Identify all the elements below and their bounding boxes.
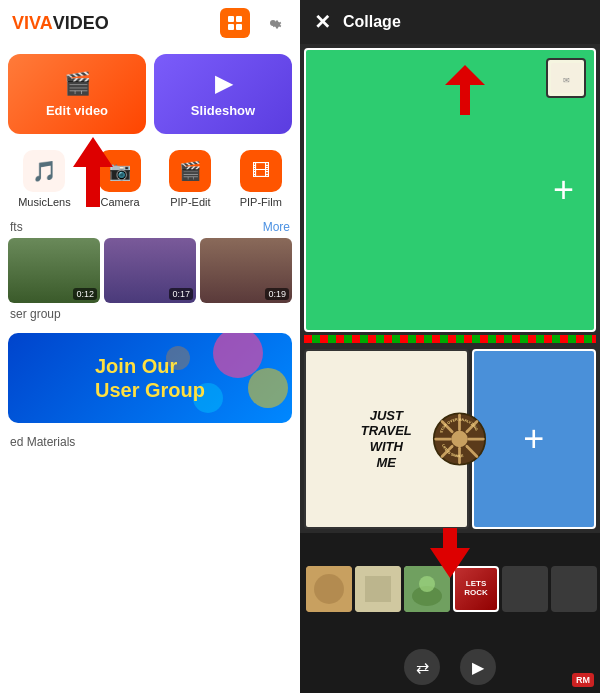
app-grid-icon[interactable] [220, 8, 250, 38]
collage-bottom-row: JUSTTRAVELWITHME [304, 349, 596, 529]
more-link[interactable]: More [263, 220, 290, 234]
timeline-area: LETSROCK ⇄ ▶ RM [300, 533, 600, 693]
slideshow-icon: ▶ [215, 71, 232, 97]
right-panel: ✕ Collage ✉ + [300, 0, 600, 693]
tool-pip-edit[interactable]: 🎬 PIP-Edit [169, 150, 211, 208]
tools-container: 🎵 MusicLens 📷 Camera 🎬 PIP-Edit 🎞 [0, 142, 300, 216]
timeline-thumbs[interactable]: LETSROCK [300, 533, 600, 641]
loop-icon: ⇄ [416, 658, 429, 677]
svg-marker-12 [445, 65, 485, 115]
collage-cell-bottom-left[interactable]: JUSTTRAVELWITHME [304, 349, 469, 529]
timeline-thumb-6[interactable] [551, 566, 597, 612]
ship-wheel-icon: STOP OVER ANALYZING LIFE IS SIMPLE [432, 412, 487, 467]
svg-rect-2 [228, 24, 234, 30]
play-icon: ▶ [472, 658, 484, 677]
svg-point-6 [213, 333, 263, 378]
tool-musiclens[interactable]: 🎵 MusicLens [18, 150, 71, 208]
close-button[interactable]: ✕ [314, 10, 331, 34]
main-buttons: 🎬 Edit video ▶ Slideshow [0, 46, 300, 142]
travel-text: JUSTTRAVELWITHME [361, 408, 412, 470]
camera-icon: 📷 [109, 160, 131, 182]
user-group-banner[interactable]: Join Our User Group [8, 333, 292, 423]
collage-top-inner: + [306, 169, 574, 211]
musiclens-label: MusicLens [18, 196, 71, 208]
pip-film-label: PIP-Film [240, 196, 282, 208]
camera-label: Camera [100, 196, 139, 208]
loop-button[interactable]: ⇄ [404, 649, 440, 685]
collage-layout: ✉ + JUSTTRAVELWITHME [304, 48, 596, 529]
pip-film-icon: 🎞 [252, 161, 270, 182]
header-icons [220, 8, 288, 38]
timeline-thumb-4[interactable]: LETSROCK [453, 566, 499, 612]
add-media-icon-bottom[interactable]: + [523, 418, 544, 460]
logo-video: VIDEO [53, 13, 109, 34]
svg-rect-1 [236, 16, 242, 22]
svg-point-32 [419, 576, 435, 592]
ed-materials-label: ed Materials [0, 431, 300, 453]
pip-edit-icon: 🎬 [179, 160, 201, 182]
banner-join: Join Our [95, 354, 205, 378]
add-media-icon-top[interactable]: + [553, 169, 574, 211]
pip-edit-label: PIP-Edit [170, 196, 210, 208]
recent-thumbnails: 0:12 0:17 0:19 [0, 238, 300, 303]
collage-area: ✉ + JUSTTRAVELWITHME [300, 44, 600, 533]
play-button[interactable]: ▶ [460, 649, 496, 685]
tool-pip-film[interactable]: 🎞 PIP-Film [240, 150, 282, 208]
musiclens-icon: 🎵 [32, 159, 57, 183]
svg-rect-3 [236, 24, 242, 30]
svg-point-27 [314, 574, 344, 604]
user-group-header: ser group [0, 303, 300, 325]
collage-cell-top[interactable]: ✉ + [304, 48, 596, 332]
pip-edit-icon-wrap: 🎬 [169, 150, 211, 192]
banner-text: Join Our User Group [87, 346, 213, 410]
collage-border-decoration [304, 335, 596, 343]
thumbnail-3[interactable]: 0:19 [200, 238, 292, 303]
thumb-3-duration: 0:19 [265, 288, 289, 300]
slideshow-label: Slideshow [191, 103, 255, 118]
musiclens-icon-wrap: 🎵 [23, 150, 65, 192]
edit-video-label: Edit video [46, 103, 108, 118]
section-header: fts More [0, 216, 300, 238]
stamp-decoration: ✉ [546, 58, 586, 98]
thumbnail-1[interactable]: 0:12 [8, 238, 100, 303]
svg-point-7 [248, 368, 288, 408]
thumb-2-duration: 0:17 [169, 288, 193, 300]
collage-title: Collage [343, 13, 401, 31]
camera-icon-wrap: 📷 [99, 150, 141, 192]
lets-rock-text: LETSROCK [464, 580, 488, 598]
left-panel: VIVA VIDEO 🎬 Edit vid [0, 0, 300, 693]
timeline-thumb-5[interactable] [502, 566, 548, 612]
timeline-thumb-1[interactable] [306, 566, 352, 612]
pip-film-icon-wrap: 🎞 [240, 150, 282, 192]
thumb-1-duration: 0:12 [73, 288, 97, 300]
red-arrow-add-top [415, 60, 485, 120]
settings-icon[interactable] [258, 8, 288, 38]
thumbnail-2[interactable]: 0:17 [104, 238, 196, 303]
svg-text:✉: ✉ [563, 76, 570, 85]
collage-cell-bottom-right[interactable]: + [472, 349, 596, 529]
timeline-thumb-3[interactable] [404, 566, 450, 612]
slideshow-button[interactable]: ▶ Slideshow [154, 54, 292, 134]
edit-video-icon: 🎬 [64, 71, 91, 97]
edit-video-button[interactable]: 🎬 Edit video [8, 54, 146, 134]
svg-rect-0 [228, 16, 234, 22]
svg-rect-29 [365, 576, 391, 602]
timeline-controls: ⇄ ▶ [300, 641, 600, 693]
timeline-thumb-2[interactable] [355, 566, 401, 612]
tool-camera[interactable]: 📷 Camera [99, 150, 141, 208]
rm-badge: RM [572, 673, 594, 687]
logo-viva: VIVA [12, 13, 53, 34]
section-label: fts [10, 220, 23, 234]
banner-user-group: User Group [95, 378, 205, 402]
app-logo: VIVA VIDEO [12, 13, 109, 34]
user-group-label: ser group [10, 307, 61, 321]
app-header: VIVA VIDEO [0, 0, 300, 46]
right-header: ✕ Collage [300, 0, 600, 44]
tools-row: 🎵 MusicLens 📷 Camera 🎬 PIP-Edit 🎞 [0, 142, 300, 216]
